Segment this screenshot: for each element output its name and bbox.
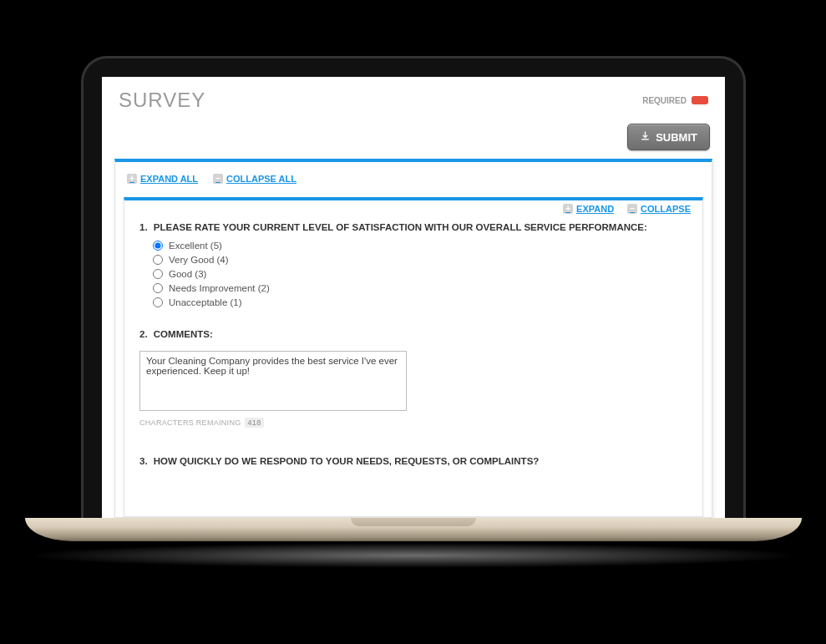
question-text: PLEASE RATE YOUR CURRENT LEVEL OF SATISF… — [154, 222, 647, 232]
radio-label: Good (3) — [169, 269, 206, 279]
laptop-frame: SURVEY REQUIRED SUBMIT + EXPAND ALL — [84, 58, 743, 518]
radio-group: Excellent (5) Very Good (4) Good (3) — [139, 241, 687, 307]
laptop-shadow — [25, 543, 802, 568]
radio-input[interactable] — [153, 297, 163, 307]
question-text: COMMENTS: — [154, 329, 213, 339]
question-number: 2. — [139, 329, 148, 339]
radio-input[interactable] — [153, 255, 163, 265]
survey-global-toolbar: + EXPAND ALL – COLLAPSE ALL — [115, 162, 712, 192]
question-3: 3. HOW QUICKLY DO WE RESPOND TO YOUR NEE… — [124, 434, 702, 481]
submit-row: SUBMIT — [102, 117, 725, 159]
minus-icon: – — [627, 204, 637, 214]
question-heading: 1. PLEASE RATE YOUR CURRENT LEVEL OF SAT… — [139, 222, 687, 232]
header: SURVEY REQUIRED — [102, 77, 725, 117]
question-1: 1. PLEASE RATE YOUR CURRENT LEVEL OF SAT… — [124, 217, 702, 314]
submit-label: SUBMIT — [656, 131, 697, 144]
plus-icon: + — [127, 174, 137, 184]
comments-textarea[interactable] — [139, 351, 407, 411]
radio-input[interactable] — [153, 283, 163, 293]
screen: SURVEY REQUIRED SUBMIT + EXPAND ALL — [102, 77, 725, 518]
expand-all-button[interactable]: + EXPAND ALL — [127, 174, 198, 184]
radio-label: Unacceptable (1) — [169, 297, 242, 307]
expand-all-label: EXPAND ALL — [140, 174, 198, 184]
expand-label: EXPAND — [576, 204, 614, 214]
survey-section: + EXPAND – COLLAPSE 1. PLEASE RATE YOUR … — [124, 197, 703, 517]
char-remaining: CHARACTERS REMAINING 418 — [139, 418, 687, 428]
section-toolbar: + EXPAND – COLLAPSE — [124, 200, 702, 217]
radio-option[interactable]: Very Good (4) — [153, 255, 687, 265]
radio-option[interactable]: Good (3) — [153, 269, 687, 279]
char-remaining-label: CHARACTERS REMAINING — [139, 418, 241, 427]
download-icon — [640, 130, 651, 144]
radio-option[interactable]: Excellent (5) — [153, 241, 687, 251]
char-remaining-count: 418 — [245, 418, 265, 428]
required-pill-icon — [692, 96, 708, 104]
plus-icon: + — [563, 204, 573, 214]
expand-button[interactable]: + EXPAND — [563, 204, 614, 214]
radio-option[interactable]: Unacceptable (1) — [153, 297, 687, 307]
collapse-label: COLLAPSE — [641, 204, 691, 214]
survey-panel: + EXPAND ALL – COLLAPSE ALL + EXPAND – — [114, 159, 712, 518]
question-number: 3. — [139, 456, 148, 466]
collapse-all-button[interactable]: – COLLAPSE ALL — [213, 174, 296, 184]
laptop-base — [25, 518, 802, 541]
radio-label: Excellent (5) — [169, 241, 222, 251]
collapse-all-label: COLLAPSE ALL — [226, 174, 296, 184]
question-number: 1. — [139, 222, 148, 232]
minus-icon: – — [213, 174, 223, 184]
required-indicator: REQUIRED — [642, 96, 708, 105]
required-label: REQUIRED — [642, 96, 687, 105]
question-heading: 2. COMMENTS: — [139, 329, 687, 339]
question-text: HOW QUICKLY DO WE RESPOND TO YOUR NEEDS,… — [154, 456, 540, 466]
page-title: SURVEY — [119, 89, 205, 112]
submit-button[interactable]: SUBMIT — [627, 124, 710, 150]
radio-label: Needs Improvement (2) — [169, 283, 270, 293]
radio-input[interactable] — [153, 241, 163, 251]
collapse-button[interactable]: – COLLAPSE — [627, 204, 691, 214]
question-heading: 3. HOW QUICKLY DO WE RESPOND TO YOUR NEE… — [139, 456, 687, 466]
radio-option[interactable]: Needs Improvement (2) — [153, 283, 687, 293]
radio-input[interactable] — [153, 269, 163, 279]
question-2: 2. COMMENTS: CHARACTERS REMAINING 418 — [124, 314, 702, 434]
radio-label: Very Good (4) — [169, 255, 229, 265]
